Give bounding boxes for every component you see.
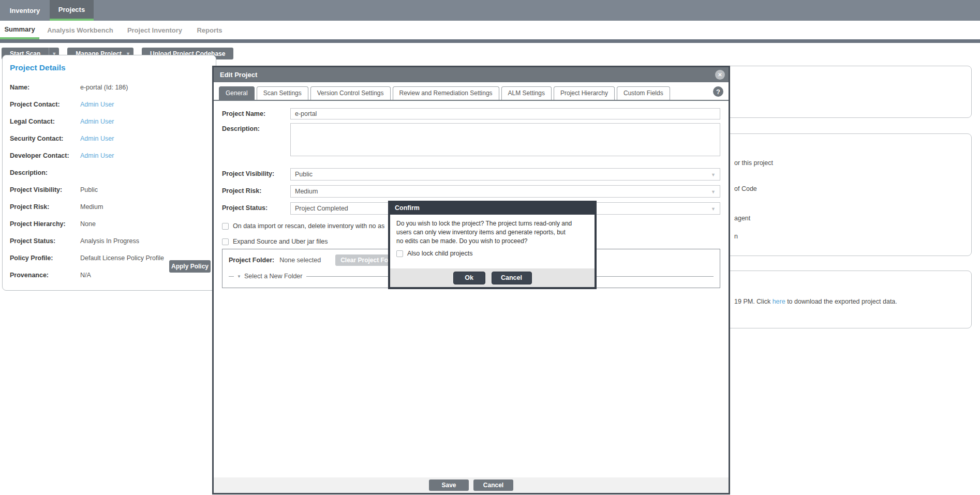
developer-contact-link[interactable]: Admin User: [80, 152, 114, 159]
confirm-message: Do you wish to lock the project? The pro…: [390, 215, 595, 245]
tab-review-remediation-settings[interactable]: Review and Remediation Settings: [393, 86, 499, 100]
project-details-rows: Name: e-portal (Id: 186) Project Contact…: [3, 79, 216, 283]
detail-value: Analysis In Progress: [80, 237, 139, 245]
detail-row-project-contact: Project Contact: Admin User: [3, 96, 216, 113]
project-name-label: Project Name:: [222, 108, 290, 119]
project-name-input[interactable]: [290, 108, 720, 119]
detail-label: Description:: [10, 169, 80, 176]
lock-children-label: Also lock child projects: [407, 250, 472, 257]
confirm-dialog-title: Confirm: [390, 203, 595, 215]
project-name-row: Project Name:: [222, 108, 720, 119]
select-new-folder-toggle[interactable]: Select a New Folder: [244, 273, 303, 280]
cancel-button[interactable]: Cancel: [473, 479, 513, 491]
visibility-label: Project Visibility:: [222, 168, 290, 181]
risk-label: Project Risk:: [222, 185, 290, 198]
visibility-select[interactable]: Public ▼: [290, 168, 720, 181]
detail-row-developer-contact: Developer Contact: Admin User: [3, 147, 216, 164]
export-text-suffix: to download the exported project data.: [785, 298, 897, 305]
detail-value: N/A: [80, 272, 91, 279]
top-tab-projects[interactable]: Projects: [50, 0, 94, 21]
sub-nav-bar: Summary Analysis Workbench Project Inven…: [0, 21, 980, 39]
detail-row-risk: Project Risk: Medium: [3, 198, 216, 215]
detail-label: Developer Contact:: [10, 152, 80, 159]
export-download-link[interactable]: here: [773, 298, 785, 305]
detail-row-legal-contact: Legal Contact: Admin User: [3, 113, 216, 130]
edit-dialog-footer: Save Cancel: [214, 477, 729, 493]
detail-row-status: Project Status: Analysis In Progress: [3, 232, 216, 249]
edit-dialog-tab-strip: General Scan Settings Version Control Se…: [214, 82, 729, 101]
visibility-value: Public: [295, 171, 313, 178]
help-icon[interactable]: ?: [713, 86, 723, 97]
detail-label: Security Contact:: [10, 135, 80, 142]
detail-label: Policy Profile:: [10, 254, 80, 262]
visibility-row: Project Visibility: Public ▼: [222, 168, 720, 181]
risk-select[interactable]: Medium ▼: [290, 185, 720, 198]
lock-children-checkbox-row: Also lock child projects: [396, 250, 595, 257]
detail-label: Project Contact:: [10, 101, 80, 108]
risk-value: Medium: [295, 188, 318, 195]
project-details-title: Project Details: [10, 63, 216, 72]
right-panel-text-fragment: of Code: [734, 185, 757, 192]
right-panel-text-fragment: n: [734, 233, 738, 240]
right-panel-text-fragment: agent: [734, 215, 750, 222]
export-status-text: 19 PM. Click here to download the export…: [734, 298, 897, 305]
export-text-prefix: 19 PM. Click: [734, 298, 773, 305]
chevron-down-icon: ▼: [711, 189, 716, 194]
chevron-down-icon: ▼: [237, 274, 241, 279]
detail-row-name: Name: e-portal (Id: 186): [3, 79, 216, 96]
tab-custom-fields[interactable]: Custom Fields: [617, 86, 670, 100]
detail-label: Project Status:: [10, 237, 80, 245]
tab-summary[interactable]: Summary: [0, 21, 39, 39]
right-panel-text-fragment: or this project: [734, 159, 773, 167]
tab-analysis-workbench[interactable]: Analysis Workbench: [47, 21, 114, 39]
tab-reports[interactable]: Reports: [196, 21, 224, 39]
top-tab-inventory[interactable]: Inventory: [0, 0, 50, 21]
confirm-cancel-button[interactable]: Cancel: [492, 272, 532, 284]
apply-policy-button[interactable]: Apply Policy: [169, 260, 211, 273]
detail-value: Medium: [80, 203, 103, 211]
chevron-down-icon: ▼: [711, 172, 716, 177]
edit-dialog-title: Edit Project: [220, 71, 257, 79]
description-textarea[interactable]: [290, 123, 720, 156]
delete-inventory-label: On data import or rescan, delete invento…: [233, 222, 384, 230]
ok-button[interactable]: Ok: [453, 272, 485, 284]
close-icon[interactable]: ✕: [715, 70, 725, 80]
tab-general[interactable]: General: [219, 86, 255, 100]
detail-value: Public: [80, 186, 98, 193]
project-contact-link[interactable]: Admin User: [80, 101, 114, 108]
expand-source-checkbox[interactable]: [222, 238, 229, 245]
detail-value: None: [80, 220, 96, 228]
divider-line: [229, 276, 234, 277]
detail-value: Default License Policy Profile: [80, 254, 164, 262]
security-contact-link[interactable]: Admin User: [80, 135, 114, 142]
detail-value: e-portal (Id: 186): [80, 84, 128, 91]
confirm-dialog: Confirm Do you wish to lock the project?…: [388, 201, 597, 289]
description-row: Description:: [222, 123, 720, 156]
detail-label: Project Visibility:: [10, 186, 80, 193]
detail-label: Provenance:: [10, 272, 80, 279]
nav-divider-strip: [0, 39, 980, 43]
status-value: Project Completed: [295, 205, 348, 212]
tab-version-control-settings[interactable]: Version Control Settings: [310, 86, 391, 100]
detail-label: Project Risk:: [10, 203, 80, 211]
status-label: Project Status:: [222, 202, 290, 215]
tab-project-inventory[interactable]: Project Inventory: [127, 21, 183, 39]
tab-project-hierarchy[interactable]: Project Hierarchy: [554, 86, 615, 100]
project-folder-label: Project Folder:: [229, 257, 274, 264]
detail-label: Legal Contact:: [10, 118, 80, 125]
detail-row-hierarchy: Project Hierarchy: None: [3, 215, 216, 232]
detail-row-description: Description:: [3, 164, 216, 181]
save-button[interactable]: Save: [429, 479, 469, 491]
edit-dialog-header: Edit Project ✕: [214, 67, 729, 82]
risk-row: Project Risk: Medium ▼: [222, 185, 720, 198]
chevron-down-icon: ▼: [711, 206, 716, 212]
confirm-dialog-footer: Ok Cancel: [390, 268, 595, 287]
top-nav-bar: Inventory Projects: [0, 0, 980, 21]
lock-children-checkbox[interactable]: [396, 250, 403, 257]
detail-label: Project Hierarchy:: [10, 220, 80, 228]
legal-contact-link[interactable]: Admin User: [80, 118, 114, 125]
tab-alm-settings[interactable]: ALM Settings: [501, 86, 552, 100]
tab-scan-settings[interactable]: Scan Settings: [257, 86, 308, 100]
project-details-panel: Project Details Name: e-portal (Id: 186)…: [2, 55, 216, 291]
delete-inventory-checkbox[interactable]: [222, 223, 229, 230]
